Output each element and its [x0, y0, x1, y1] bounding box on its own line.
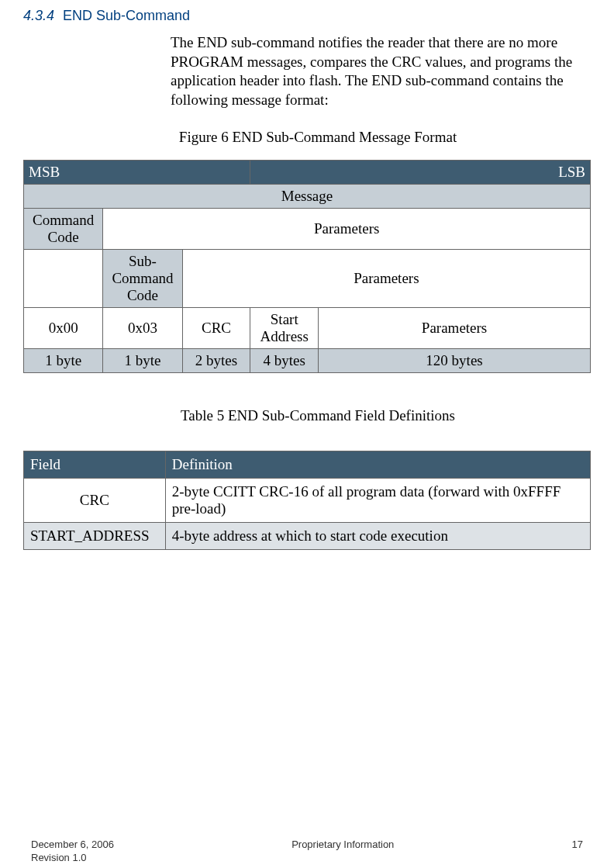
page-footer: December 6, 2006 Revision 1.0 Proprietar… — [31, 839, 583, 865]
table-row: 1 byte 1 byte 2 bytes 4 bytes 120 bytes — [24, 348, 591, 372]
field-header: Field — [24, 451, 166, 478]
definition-header: Definition — [165, 451, 590, 478]
table-row: Sub-Command Code Parameters — [24, 249, 591, 307]
value-cell: 0x03 — [103, 307, 182, 348]
table-5-caption: Table 5 END Sub-Command Field Definition… — [155, 407, 481, 424]
field-definitions-table: Field Definition CRC 2-byte CCITT CRC-16… — [23, 451, 591, 550]
size-cell: 2 bytes — [182, 348, 250, 372]
lsb-label: LSB — [250, 160, 591, 184]
table-row: 0x00 0x03 CRC Start Address Parameters — [24, 307, 591, 348]
sub-command-code-cell: Sub-Command Code — [103, 249, 182, 307]
field-cell: CRC — [24, 478, 166, 522]
table-row: Message — [24, 184, 591, 208]
definition-cell: 4-byte address at which to start code ex… — [165, 522, 590, 549]
section-title: END Sub-Command — [63, 8, 190, 23]
table-row: Field Definition — [24, 451, 591, 478]
field-cell: START_ADDRESS — [24, 522, 166, 549]
footer-page-number: 17 — [572, 839, 583, 865]
footer-date: December 6, 2006 — [31, 839, 114, 852]
value-cell: CRC — [182, 307, 250, 348]
msb-label: MSB — [24, 160, 250, 184]
footer-revision: Revision 1.0 — [31, 852, 114, 865]
size-cell: 1 byte — [103, 348, 182, 372]
footer-center: Proprietary Information — [291, 839, 394, 865]
section-heading: 4.3.4 END Sub-Command — [23, 8, 591, 24]
parameters-cell: Parameters — [103, 208, 591, 249]
definition-cell: 2-byte CCITT CRC-16 of all program data … — [165, 478, 590, 522]
size-cell: 120 bytes — [319, 348, 591, 372]
section-number: 4.3.4 — [23, 8, 54, 23]
footer-left: December 6, 2006 Revision 1.0 — [31, 839, 114, 865]
value-cell: Parameters — [319, 307, 591, 348]
parameters-cell: Parameters — [182, 249, 590, 307]
message-format-table: MSB LSB Message Command Code Parameters … — [23, 160, 591, 373]
table-row: CRC 2-byte CCITT CRC-16 of all program d… — [24, 478, 591, 522]
table-row: MSB LSB — [24, 160, 591, 184]
command-code-cell: Command Code — [24, 208, 103, 249]
blank-cell — [24, 249, 103, 307]
message-cell: Message — [24, 184, 591, 208]
size-cell: 4 bytes — [250, 348, 319, 372]
size-cell: 1 byte — [24, 348, 103, 372]
value-cell: Start Address — [250, 307, 319, 348]
table-row: Command Code Parameters — [24, 208, 591, 249]
value-cell: 0x00 — [24, 307, 103, 348]
figure-6-caption: Figure 6 END Sub-Command Message Format — [155, 129, 481, 146]
table-row: START_ADDRESS 4-byte address at which to… — [24, 522, 591, 549]
intro-paragraph: The END sub-command notifies the reader … — [171, 33, 583, 110]
